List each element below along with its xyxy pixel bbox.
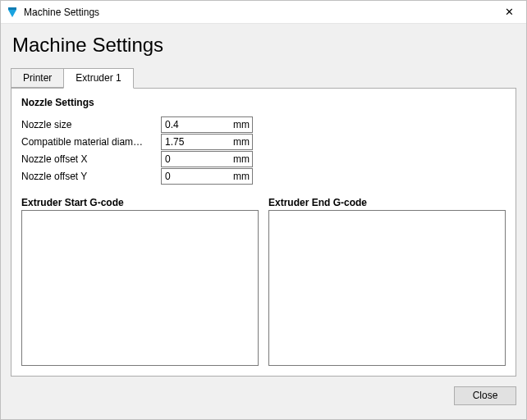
window-title: Machine Settings bbox=[24, 7, 99, 18]
dialog-footer: Close bbox=[11, 377, 516, 409]
label-offset-x: Nozzle offset X bbox=[21, 153, 161, 165]
textarea-start-gcode[interactable] bbox=[21, 210, 259, 366]
tab-printer[interactable]: Printer bbox=[11, 68, 64, 88]
tab-extruder-1[interactable]: Extruder 1 bbox=[63, 68, 133, 89]
label-offset-y: Nozzle offset Y bbox=[21, 171, 161, 182]
field-offset-x: Nozzle offset X mm bbox=[21, 151, 268, 167]
label-material-diameter: Compatible material diam… bbox=[21, 136, 161, 148]
textarea-end-gcode[interactable] bbox=[268, 210, 506, 366]
close-button[interactable]: Close bbox=[454, 386, 516, 405]
machine-settings-window: Machine Settings ✕ Machine Settings Prin… bbox=[0, 0, 527, 420]
tab-extruder-1-label: Extruder 1 bbox=[76, 72, 121, 84]
gcode-start-col: Extruder Start G-code bbox=[21, 197, 259, 366]
nozzle-settings-fields: Nozzle size mm Compatible material diam…… bbox=[21, 116, 268, 185]
input-nozzle-size[interactable] bbox=[161, 116, 253, 133]
gcode-row: Extruder Start G-code Extruder End G-cod… bbox=[21, 197, 506, 366]
close-icon: ✕ bbox=[505, 6, 514, 18]
field-material-diameter: Compatible material diam… mm bbox=[21, 134, 268, 150]
field-offset-y: Nozzle offset Y mm bbox=[21, 168, 268, 185]
page-title: Machine Settings bbox=[12, 34, 516, 57]
input-offset-x[interactable] bbox=[161, 151, 253, 167]
gcode-end-col: Extruder End G-code bbox=[268, 197, 506, 366]
label-nozzle-size: Nozzle size bbox=[21, 119, 161, 130]
window-close-button[interactable]: ✕ bbox=[492, 1, 526, 24]
titlebar: Machine Settings ✕ bbox=[1, 1, 526, 24]
label-end-gcode: Extruder End G-code bbox=[268, 197, 506, 208]
client-area: Machine Settings Printer Extruder 1 Nozz… bbox=[1, 24, 526, 419]
input-material-diameter[interactable] bbox=[161, 134, 253, 150]
input-offset-y[interactable] bbox=[161, 168, 253, 185]
cura-icon bbox=[6, 6, 19, 19]
tab-printer-label: Printer bbox=[23, 72, 52, 84]
tab-pane-extruder-1: Nozzle Settings Nozzle size mm Compatibl… bbox=[11, 88, 516, 377]
field-nozzle-size: Nozzle size mm bbox=[21, 116, 268, 133]
nozzle-settings-title: Nozzle Settings bbox=[21, 97, 506, 108]
tabstrip: Printer Extruder 1 bbox=[11, 68, 516, 88]
label-start-gcode: Extruder Start G-code bbox=[21, 197, 259, 208]
